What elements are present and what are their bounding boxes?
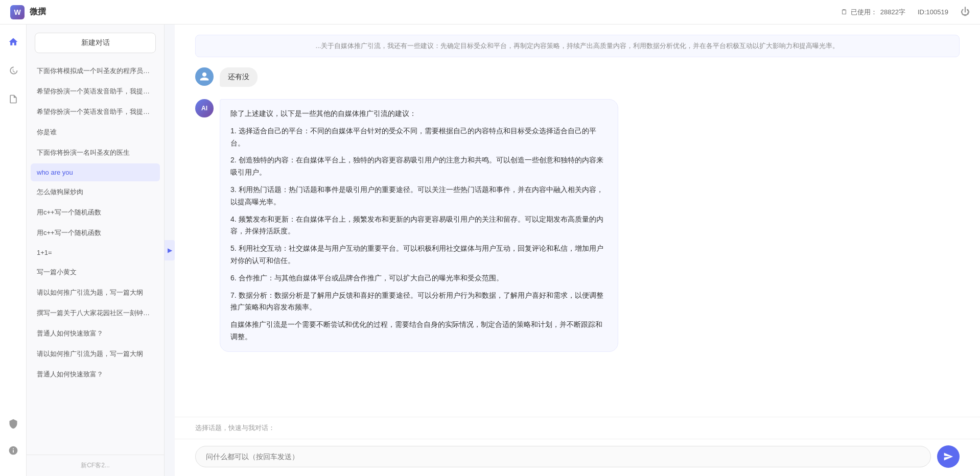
- ai-paragraph: 自媒体推广引流是一个需要不断尝试和优化的过程，需要结合自身的实际情况，制定合适的…: [230, 319, 608, 343]
- user-message-text: 还有没: [220, 67, 258, 87]
- message-list: ...关于自媒体推广引流，我还有一些建议：先确定目标受众和平台，再制定内容策略，…: [175, 25, 980, 417]
- ai-avatar: AI: [195, 99, 214, 117]
- sidebar-item[interactable]: 写一篇小黄文: [31, 263, 160, 282]
- nav-home[interactable]: [4, 33, 22, 51]
- usage-count: 28822字: [880, 8, 905, 17]
- ai-paragraph: 4. 频繁发布和更新：在自媒体平台上，频繁发布和更新的内容更容易吸引用户的关注和…: [230, 213, 608, 238]
- nav-docs[interactable]: [4, 90, 22, 108]
- ai-paragraph: 2. 创造独特的内容：在自媒体平台上，独特的内容更容易吸引用户的注意力和共鸣。可…: [230, 154, 608, 179]
- sidebar-item[interactable]: 1+1=: [31, 244, 160, 261]
- nav-security[interactable]: [4, 415, 22, 433]
- chat-area: ...关于自媒体推广引流，我还有一些建议：先确定目标受众和平台，再制定内容策略，…: [175, 25, 980, 476]
- header-left: W 微撰: [10, 5, 46, 19]
- user-avatar: [195, 67, 214, 86]
- message-block-ai: AI 除了上述建议，以下是一些其他的自媒体推广引流的建议：1. 选择适合自己的平…: [195, 99, 960, 352]
- ai-paragraph: 1. 选择适合自己的平台：不同的自媒体平台针对的受众不同，需要根据自己的内容特点…: [230, 125, 608, 150]
- sidebar-item[interactable]: 请以如何推广引流为题，写一篇大纲: [31, 344, 160, 364]
- sidebar-item[interactable]: 撰写一篇关于八大家花园社区一刻钟便民生...: [31, 303, 160, 323]
- app-title: 微撰: [30, 7, 46, 17]
- sidebar-item[interactable]: 用c++写一个随机函数: [31, 203, 160, 222]
- app-logo: W: [10, 5, 25, 19]
- ai-paragraph: 6. 合作推广：与其他自媒体平台或品牌合作推广，可以扩大自己的曝光率和受众范围。: [230, 272, 608, 284]
- ai-message: AI 除了上述建议，以下是一些其他的自媒体推广引流的建议：1. 选择适合自己的平…: [195, 99, 960, 352]
- new-conversation-button[interactable]: 新建对话: [35, 33, 156, 53]
- header-right: 🗒 已使用： 28822字 ID:100519 ⏻: [841, 7, 970, 17]
- usage-label: 已使用：: [851, 8, 877, 17]
- sidebar: 新建对话 下面你将模拟成一个叫圣友的程序员，我说...希望你扮演一个英语发音助手…: [27, 25, 165, 476]
- nav-history[interactable]: [4, 61, 22, 80]
- icon-bar-bottom: [4, 415, 22, 468]
- chat-input[interactable]: [195, 446, 931, 467]
- message-block-user: 还有没: [195, 67, 960, 87]
- sidebar-bottom: 新CF客2...: [27, 455, 164, 476]
- sidebar-item[interactable]: 请以如何推广引流为题，写一篇大纲: [31, 283, 160, 302]
- quick-prompts-label: 选择话题，快速与我对话：: [195, 424, 275, 432]
- truncated-message: ...关于自媒体推广引流，我还有一些建议：先确定目标受众和平台，再制定内容策略，…: [195, 35, 960, 57]
- sidebar-item[interactable]: 你是谁: [31, 123, 160, 142]
- sidebar-item[interactable]: 普通人如何快速致富？: [31, 324, 160, 343]
- usage-icon: 🗒: [841, 8, 848, 16]
- app-header: W 微撰 🗒 已使用： 28822字 ID:100519 ⏻: [0, 0, 980, 25]
- ai-paragraph: 5. 利用社交互动：社交媒体是与用户互动的重要平台。可以积极利用社交媒体与用户互…: [230, 243, 608, 267]
- ai-paragraph: 7. 数据分析：数据分析是了解用户反馈和喜好的重要途径。可以分析用户行为和数据，…: [230, 290, 608, 314]
- user-id: ID:100519: [918, 8, 948, 16]
- sidebar-item[interactable]: 普通人如何快速致富？: [31, 365, 160, 384]
- sidebar-item[interactable]: 下面你将扮演一名叫圣友的医生: [31, 143, 160, 162]
- conversation-list: 下面你将模拟成一个叫圣友的程序员，我说...希望你扮演一个英语发音助手，我提供给…: [27, 59, 164, 455]
- sidebar-item[interactable]: 希望你扮演一个英语发音助手，我提供给你...: [31, 82, 160, 101]
- power-icon[interactable]: ⏻: [961, 7, 970, 17]
- sidebar-item[interactable]: 下面你将模拟成一个叫圣友的程序员，我说...: [31, 61, 160, 81]
- sidebar-collapse-toggle[interactable]: ▶: [165, 240, 175, 260]
- user-message: 还有没: [195, 67, 960, 87]
- icon-bar: [0, 25, 27, 476]
- send-button[interactable]: [937, 445, 960, 468]
- main-container: 新建对话 下面你将模拟成一个叫圣友的程序员，我说...希望你扮演一个英语发音助手…: [0, 25, 980, 476]
- sidebar-item[interactable]: 怎么做狗屎炒肉: [31, 182, 160, 202]
- sidebar-item[interactable]: who are you: [31, 163, 160, 181]
- ai-message-content: 除了上述建议，以下是一些其他的自媒体推广引流的建议：1. 选择适合自己的平台：不…: [220, 99, 618, 352]
- usage-display: 🗒 已使用： 28822字: [841, 8, 905, 17]
- input-area: [175, 439, 980, 476]
- sidebar-item[interactable]: 用c++写一个随机函数: [31, 223, 160, 243]
- nav-info[interactable]: [4, 441, 22, 460]
- quick-prompts: 选择话题，快速与我对话：: [175, 417, 980, 439]
- sidebar-item[interactable]: 希望你扮演一个英语发音助手，我提供给你...: [31, 102, 160, 122]
- ai-paragraph: 3. 利用热门话题：热门话题和事件是吸引用户的重要途径。可以关注一些热门话题和事…: [230, 184, 608, 208]
- ai-paragraph: 除了上述建议，以下是一些其他的自媒体推广引流的建议：: [230, 108, 608, 120]
